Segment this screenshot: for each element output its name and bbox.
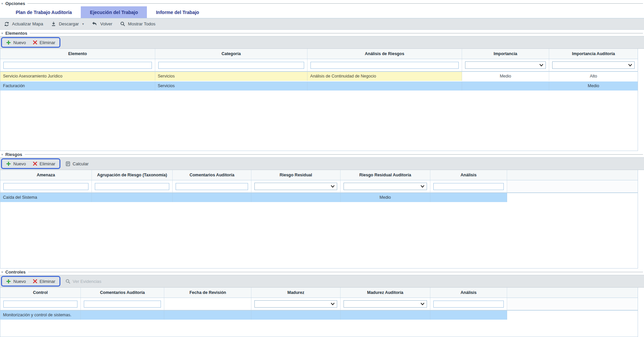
filter-cell-0 [0, 298, 81, 310]
riesgos-filter-select-3[interactable] [254, 183, 337, 190]
riesgos-filter-input-2[interactable] [176, 183, 248, 190]
filter-cell-0 [0, 59, 155, 71]
elementos-filter-input-1[interactable] [158, 62, 304, 69]
cell [341, 311, 430, 320]
collapse-triangle-icon[interactable]: ▾ [1, 2, 5, 5]
column-header-2: Análisis de Riesgos [307, 49, 462, 59]
mostrar-todos-button[interactable]: Mostrar Todos [120, 21, 155, 26]
elementos-label: Elementos [5, 31, 30, 36]
column-header-3: Riesgo Residual [251, 170, 341, 180]
column-header-2: Fecha de Revisión [164, 288, 251, 298]
ver-evidencias-button[interactable]: Ver Evidencias [65, 279, 101, 284]
elementos-fieldset: ▾ Elementos [0, 30, 644, 36]
riesgos-grid-body [0, 203, 638, 268]
column-header-3: Importancia [462, 49, 550, 59]
riesgos-filter-input-5[interactable] [433, 183, 504, 190]
x-icon [33, 161, 37, 166]
cell: Facturación [0, 81, 155, 91]
cell [251, 311, 341, 320]
descargar-button[interactable]: Descargar ▾ [51, 21, 84, 26]
filter-cell-1 [81, 298, 165, 310]
column-header-2: Comentarios Auditoría [173, 170, 251, 180]
controles-filter-input-0[interactable] [3, 301, 77, 308]
collapse-triangle-icon[interactable]: ▾ [1, 153, 5, 156]
highlight-box: Nuevo Eliminar [1, 158, 60, 169]
filter-cell-3 [251, 180, 341, 192]
elementos-eliminar-button[interactable]: Eliminar [33, 40, 55, 45]
riesgos-table-row-0[interactable]: Caída del SistemaMedio [0, 193, 638, 203]
row-filler [507, 193, 638, 202]
calcular-button[interactable]: Calcular [65, 161, 89, 166]
controles-label: Controles [5, 270, 28, 275]
search-icon [65, 279, 70, 284]
highlight-box: Nuevo Eliminar [1, 37, 60, 48]
filter-cell-5 [430, 298, 507, 310]
column-header-3: Madurez [251, 288, 341, 298]
tab-plan-de-trabajo[interactable]: Plan de Trabajo Auditoría [7, 6, 81, 18]
filter-cell-1 [92, 180, 173, 192]
riesgos-label: Riesgos [5, 152, 25, 157]
volver-button[interactable]: Volver [92, 21, 112, 26]
cell [430, 193, 507, 202]
cell: Monitorización y control de sistemas. [0, 311, 81, 320]
cell: Servicios [155, 81, 308, 91]
tab-informe-del-trabajo[interactable]: Informe del Trabajo [147, 6, 208, 18]
x-icon [33, 40, 37, 45]
main-toolbar: Actualizar Mapa Descargar ▾ Volver [0, 18, 644, 30]
filter-cell-3 [462, 59, 550, 71]
column-header-4: Riesgo Residual Auditoría [341, 170, 430, 180]
cell [307, 81, 462, 91]
chevron-down-icon[interactable]: ▾ [82, 22, 84, 26]
filter-cell-1 [155, 59, 308, 71]
elementos-filter-select-3[interactable] [465, 61, 546, 69]
elementos-filter-input-2[interactable] [310, 62, 459, 69]
controles-nuevo-button[interactable]: Nuevo [6, 279, 26, 284]
elementos-grid: ElementoCategoríaAnálisis de RiesgosImpo… [0, 49, 638, 151]
cell: Medio [462, 72, 550, 81]
download-icon [51, 21, 56, 26]
riesgos-filter-input-0[interactable] [3, 183, 88, 190]
cell [430, 311, 507, 320]
highlight-box: Nuevo Eliminar [1, 276, 60, 287]
refresh-icon [4, 21, 9, 27]
elementos-toolbar: Nuevo Eliminar [0, 36, 644, 49]
controles-table-row-0[interactable]: Monitorización y control de sistemas. [0, 311, 638, 320]
elementos-table-row-1[interactable]: FacturaciónServiciosMedio [0, 81, 638, 91]
elementos-nuevo-button[interactable]: Nuevo [6, 40, 26, 45]
cell [92, 193, 173, 202]
riesgos-filter-row [0, 180, 638, 193]
undo-icon [92, 21, 97, 26]
collapse-triangle-icon[interactable]: ▾ [1, 271, 5, 274]
filter-cell-5 [430, 180, 507, 192]
riesgos-filter-input-1[interactable] [95, 183, 170, 190]
cell: Servicios [155, 72, 308, 81]
collapse-triangle-icon[interactable]: ▾ [1, 32, 5, 35]
controles-filter-select-4[interactable] [344, 300, 427, 308]
actualizar-mapa-button[interactable]: Actualizar Mapa [4, 21, 43, 27]
controles-filter-input-5[interactable] [433, 301, 504, 308]
tab-ejecucion-del-trabajo[interactable]: Ejecución del Trabajo [81, 6, 147, 18]
x-icon [33, 279, 37, 284]
search-icon [120, 21, 125, 26]
column-header-5: Análisis [430, 170, 507, 180]
fieldset-line [25, 154, 643, 155]
opciones-label: Opciones [5, 1, 27, 6]
column-header-0: Elemento [0, 49, 155, 59]
riesgos-nuevo-button[interactable]: Nuevo [6, 161, 26, 166]
tab-bar: Plan de Trabajo Auditoría Ejecución del … [0, 6, 644, 18]
controles-filter-input-1[interactable] [84, 301, 161, 308]
controles-grid-body [0, 320, 638, 337]
column-header-1: Comentarios Auditoría [81, 288, 165, 298]
cell: Análisis de Continuidad de Negocio [307, 72, 462, 81]
controles-eliminar-button[interactable]: Eliminar [33, 279, 55, 284]
elementos-filter-select-4[interactable] [552, 61, 635, 69]
filter-cell-4 [341, 298, 430, 310]
header-filler [507, 288, 638, 298]
riesgos-filter-select-4[interactable] [344, 183, 427, 190]
elementos-table-row-0[interactable]: Servicio Asesoramiento JurídicoServicios… [0, 72, 638, 81]
elementos-filter-input-0[interactable] [3, 62, 152, 69]
controles-filter-select-3[interactable] [254, 300, 337, 308]
cell [173, 193, 251, 202]
chevron-down-icon [628, 63, 632, 67]
riesgos-eliminar-button[interactable]: Eliminar [33, 161, 55, 166]
